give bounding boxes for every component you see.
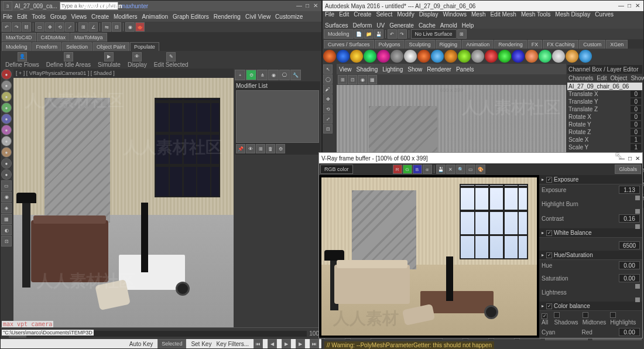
menu-item[interactable]: File: [3, 13, 12, 20]
setkey-button[interactable]: Set Key: [191, 341, 211, 347]
menu-item[interactable]: Surfaces: [325, 22, 348, 29]
menu-item[interactable]: Customize: [275, 13, 303, 20]
select-icon[interactable]: ▭: [35, 22, 44, 32]
attr-row[interactable]: Rotate X0: [567, 113, 642, 121]
shelf-icon[interactable]: [552, 50, 565, 63]
shelf-icon[interactable]: [364, 50, 376, 63]
redo-icon[interactable]: ↷: [12, 22, 21, 32]
ribbon-item[interactable]: ⊞Define Idle Areas: [44, 52, 93, 68]
tool-icon[interactable]: ●: [1, 102, 12, 113]
exposure-value[interactable]: 1.13: [619, 186, 640, 194]
tab-maxtoc4d[interactable]: MaxToC4D: [2, 33, 36, 42]
menu-item[interactable]: Tools: [32, 13, 45, 20]
vfb-cc-icon[interactable]: 🎨: [476, 165, 485, 174]
ribbon-item[interactable]: ▶Simulate: [95, 52, 123, 68]
section-cb[interactable]: Color balance: [539, 302, 642, 311]
vp-icon[interactable]: ⊡: [348, 75, 357, 84]
vp-icon[interactable]: ▦: [368, 75, 377, 84]
tool-icon[interactable]: ▭: [1, 180, 12, 191]
max-icon[interactable]: □: [628, 155, 632, 162]
new-icon[interactable]: 📄: [354, 29, 364, 39]
ribbon-tab[interactable]: Populate: [130, 42, 159, 52]
play-prev-icon[interactable]: ◀: [268, 339, 277, 348]
save-icon[interactable]: 💾: [374, 29, 383, 39]
menu-item[interactable]: Graph Editors: [173, 13, 209, 20]
motion-tab-icon[interactable]: ◉: [268, 70, 279, 80]
tool-icon[interactable]: ●: [1, 125, 12, 135]
menu-item[interactable]: Mesh Display: [555, 11, 590, 18]
channel-dropdown[interactable]: RGB color: [320, 165, 353, 174]
ribbon-item[interactable]: ✎Edit Selected: [152, 52, 191, 68]
vp-menu-item[interactable]: Show: [407, 66, 422, 73]
show-icon[interactable]: 👁: [246, 144, 255, 153]
section-hs[interactable]: Hue/Saturation: [539, 251, 642, 260]
vp-menu-item[interactable]: Renderer: [427, 66, 451, 73]
remove-icon[interactable]: 🗑: [266, 144, 275, 153]
live-surface[interactable]: No Live Surface: [411, 29, 457, 39]
vray-title-bar[interactable]: V-Ray frame buffer - [100% of 600 x 399]…: [319, 153, 642, 163]
module-dropdown[interactable]: Modeling: [324, 29, 354, 39]
shelf-icon[interactable]: [390, 50, 403, 63]
shelf-icon[interactable]: [337, 50, 350, 63]
shelf-icon[interactable]: [458, 50, 471, 63]
menu-item[interactable]: Arnold: [440, 22, 457, 29]
vp-menu-item[interactable]: Lighting: [382, 66, 403, 73]
pin-icon[interactable]: 📌: [236, 144, 245, 153]
menu-item[interactable]: Display: [419, 11, 439, 18]
contrast-value[interactable]: 0.16: [619, 214, 640, 223]
ribbon-tab[interactable]: Freeform: [32, 42, 62, 52]
menu-item[interactable]: Animation: [142, 13, 168, 20]
attr-row[interactable]: Translate X0: [567, 90, 642, 98]
menu-item[interactable]: Edit: [339, 11, 349, 18]
vfb-icon[interactable]: α: [423, 165, 432, 174]
menu-item[interactable]: Rendering: [214, 13, 241, 20]
shelf-tab[interactable]: Polygons: [375, 40, 405, 49]
red-value[interactable]: 0.00: [619, 328, 640, 336]
shelf-tab[interactable]: Curves / Surfaces: [324, 40, 374, 49]
channel-menu-item[interactable]: Edit: [597, 75, 607, 81]
shelf-icon[interactable]: [579, 50, 592, 63]
lasso-icon[interactable]: ◯: [323, 74, 333, 84]
shelf-icon[interactable]: [404, 50, 417, 63]
align-icon[interactable]: ⊟: [112, 22, 121, 32]
ribbon-tab[interactable]: Modeling: [2, 42, 32, 52]
scale-tool-icon[interactable]: ⤢: [323, 114, 333, 124]
menu-item[interactable]: Help: [462, 22, 474, 29]
attr-row[interactable]: Scale X1: [567, 136, 642, 143]
attr-row[interactable]: Rotate Z0: [567, 128, 642, 136]
viewport-canvas[interactable]: 人人素材社区 人人素材社区 人人素材社区: [13, 78, 234, 327]
menu-item[interactable]: Edit: [17, 13, 27, 20]
tab-c4dtomax[interactable]: C4DtoMax: [37, 33, 70, 42]
play-end-icon[interactable]: ⏭: [310, 339, 319, 348]
menu-item[interactable]: Select: [376, 11, 392, 18]
menu-item[interactable]: Create: [354, 11, 371, 18]
globals-dropdown[interactable]: Globals: [615, 165, 641, 174]
undo-icon[interactable]: ↶: [388, 29, 397, 39]
tool-icon[interactable]: ◈: [1, 203, 12, 213]
tool-icon[interactable]: ●: [1, 80, 12, 91]
shelf-icon[interactable]: [431, 50, 444, 63]
max-icon[interactable]: □: [304, 2, 311, 9]
mirror-icon[interactable]: ⇋: [102, 22, 111, 32]
attr-row[interactable]: Translate Z0: [567, 105, 642, 113]
min-icon[interactable]: —: [618, 2, 625, 9]
menu-item[interactable]: Curves: [595, 11, 614, 18]
vfb-clear-icon[interactable]: ✕: [446, 165, 455, 174]
move-icon[interactable]: ✥: [45, 22, 54, 32]
shelf-icon[interactable]: [323, 50, 336, 63]
min-icon[interactable]: —: [296, 2, 303, 9]
vp-icon[interactable]: ⊞: [338, 75, 347, 84]
wb-value[interactable]: 6500: [619, 241, 640, 249]
max-viewport[interactable]: [ + ] [ VRayPhysicalCamera01 ] [ Shaded …: [13, 69, 234, 327]
tab-maxtomaya[interactable]: MaxToMaya: [70, 33, 107, 42]
redo-icon[interactable]: ↷: [398, 29, 407, 39]
channel-menu-item[interactable]: Show: [631, 75, 644, 81]
shelf-icon[interactable]: [444, 50, 457, 63]
max-icon[interactable]: □: [626, 2, 633, 9]
menu-item[interactable]: Civil View: [245, 13, 270, 20]
paint-select-icon[interactable]: 🖌: [323, 84, 333, 94]
vfb-icon[interactable]: R: [393, 165, 402, 174]
shelf-icon[interactable]: [350, 50, 363, 63]
shelf-icon[interactable]: [485, 50, 498, 63]
shelf-icon[interactable]: [377, 50, 390, 63]
